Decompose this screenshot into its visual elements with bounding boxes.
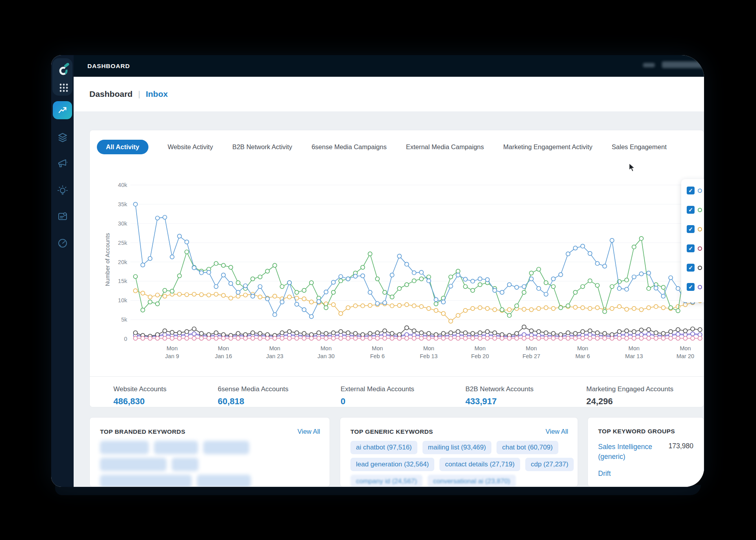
keyword-chip[interactable]: contact details (27,719) bbox=[439, 458, 520, 471]
redacted-keyword-chip[interactable] bbox=[197, 475, 251, 487]
analytics-nav-active[interactable] bbox=[53, 101, 72, 119]
app-grid-icon[interactable] bbox=[52, 83, 75, 93]
top-branded-keywords-card: TOP BRANDED KEYWORDS View All bbox=[89, 417, 330, 487]
card-title: TOP GENERIC KEYWORDS bbox=[350, 428, 433, 435]
keyword-chip[interactable]: ai chatbot (97,516) bbox=[350, 441, 417, 454]
branded-redacted-chips bbox=[90, 435, 330, 487]
tab-website-activity[interactable]: Website Activity bbox=[168, 143, 213, 151]
x-tick: MonFeb 27 bbox=[513, 344, 549, 360]
y-tick: 5k bbox=[106, 316, 127, 323]
stat-value[interactable]: 486,830 bbox=[113, 396, 167, 407]
redacted-keyword-chip[interactable] bbox=[154, 441, 198, 454]
gauge-icon[interactable] bbox=[51, 238, 74, 249]
screen: DASHBOARD Dashboard | Inbox All Activity… bbox=[0, 0, 756, 540]
x-tick: MonJan 23 bbox=[257, 344, 293, 360]
six-sense-logo[interactable] bbox=[52, 63, 75, 76]
app-title: DASHBOARD bbox=[87, 63, 130, 70]
series-marker-icon bbox=[698, 285, 702, 289]
legend-item-3: ✓E bbox=[687, 244, 704, 253]
legend-checkbox[interactable]: ✓ bbox=[687, 244, 695, 252]
legend-checkbox[interactable]: ✓ bbox=[687, 187, 695, 194]
legend-checkbox[interactable]: ✓ bbox=[687, 225, 695, 233]
stat-label: Website Accounts bbox=[113, 385, 167, 393]
top-header-bar: DASHBOARD bbox=[74, 55, 704, 77]
tab-6sense-media-campaigns[interactable]: 6sense Media Campaigns bbox=[311, 143, 387, 151]
tab-all-activity[interactable]: All Activity bbox=[97, 140, 148, 154]
x-tick: MonMar 13 bbox=[616, 344, 652, 360]
x-tick: MonMar 6 bbox=[565, 344, 600, 360]
tab-sales-engagement[interactable]: Sales Engagement bbox=[612, 143, 667, 151]
activity-chart-card: All ActivityWebsite ActivityB2B Network … bbox=[89, 130, 704, 407]
stat-value[interactable]: 433,917 bbox=[465, 396, 534, 407]
keyword-chip[interactable]: lead generation (32,564) bbox=[350, 458, 434, 471]
y-tick: 35k bbox=[106, 201, 127, 208]
legend-checkbox[interactable]: ✓ bbox=[687, 264, 695, 272]
stat-label: External Media Accounts bbox=[341, 385, 414, 393]
keyword-group-link[interactable]: Sales Intelligence(generic) bbox=[598, 442, 652, 462]
keyword-group-link[interactable]: Drift bbox=[598, 469, 611, 479]
keyword-chip[interactable]: mailing list (93,469) bbox=[422, 441, 491, 454]
legend-item-4: ✓M bbox=[687, 263, 704, 272]
stat-value[interactable]: 0 bbox=[341, 396, 414, 407]
series-marker-icon bbox=[698, 227, 702, 231]
legend-checkbox[interactable]: ✓ bbox=[687, 283, 695, 291]
breadcrumb: Dashboard | Inbox bbox=[74, 77, 704, 111]
summary-stats-row: Website Accounts486,8306sense Media Acco… bbox=[90, 376, 704, 407]
report-icon[interactable] bbox=[51, 211, 74, 222]
card-title: TOP BRANDED KEYWORDS bbox=[100, 428, 185, 435]
branded-view-all-link[interactable]: View All bbox=[298, 428, 320, 435]
redacted-keyword-chip[interactable] bbox=[100, 458, 167, 471]
header-blurred-item bbox=[662, 61, 704, 68]
stat-label: B2B Network Accounts bbox=[465, 385, 534, 393]
series-marker-icon bbox=[698, 189, 702, 193]
y-tick: 10k bbox=[106, 297, 127, 304]
redacted-keyword-chip[interactable] bbox=[172, 458, 198, 471]
legend-item-2: ✓6 bbox=[687, 225, 704, 233]
logo-tile bbox=[52, 58, 72, 96]
card-title: TOP KEYWORD GROUPS bbox=[598, 428, 675, 435]
x-tick: MonMar 20 bbox=[668, 344, 703, 360]
legend-item-1: ✓B bbox=[687, 205, 704, 214]
stat-label: 6sense Media Accounts bbox=[218, 385, 289, 393]
lightbulb-icon[interactable] bbox=[51, 185, 74, 196]
keyword-chip[interactable]: chat bot (60,709) bbox=[497, 441, 558, 454]
megaphone-icon[interactable] bbox=[51, 158, 74, 169]
stat-value[interactable]: 60,818 bbox=[218, 396, 289, 407]
x-tick: MonFeb 20 bbox=[462, 344, 498, 360]
breadcrumb-current: Dashboard bbox=[89, 89, 133, 99]
y-tick: 30k bbox=[106, 220, 127, 227]
y-tick: 40k bbox=[106, 181, 127, 189]
tab-marketing-engagement-activity[interactable]: Marketing Engagement Activity bbox=[503, 143, 593, 151]
keyword-chip[interactable]: conversational ai (23,870) bbox=[428, 475, 516, 487]
activity-trend-chart[interactable] bbox=[130, 181, 704, 341]
keyword-chip[interactable]: company id (24,567) bbox=[350, 475, 422, 487]
top-keyword-groups-card: TOP KEYWORD GROUPS Sales Intelligence(ge… bbox=[587, 417, 704, 487]
app-window: DASHBOARD Dashboard | Inbox All Activity… bbox=[51, 55, 704, 487]
keyword-group-row: Sales Intelligence(generic)173,980 bbox=[588, 442, 704, 462]
redacted-keyword-chip[interactable] bbox=[100, 475, 192, 487]
layers-icon[interactable] bbox=[51, 132, 74, 143]
stat-value: 24,296 bbox=[586, 396, 673, 407]
x-tick: MonFeb 6 bbox=[359, 344, 395, 360]
y-tick: 0 bbox=[106, 335, 127, 342]
keyword-chip[interactable]: cdp (27,237) bbox=[525, 458, 574, 471]
redacted-keyword-chip[interactable] bbox=[100, 441, 149, 454]
breadcrumb-inbox-link[interactable]: Inbox bbox=[146, 89, 168, 99]
redacted-keyword-chip[interactable] bbox=[203, 441, 249, 454]
chart-legend-panel: ✓W✓B✓6✓E✓M✓S bbox=[681, 179, 704, 302]
trend-chart-icon bbox=[57, 105, 68, 115]
header-blurred-item bbox=[643, 63, 655, 67]
generic-view-all-link[interactable]: View All bbox=[546, 428, 568, 435]
stat-6sense-media-accounts: 6sense Media Accounts60,818 bbox=[218, 385, 289, 407]
x-tick: MonJan 30 bbox=[308, 344, 344, 360]
generic-keyword-chips: ai chatbot (97,516)mailing list (93,469)… bbox=[340, 435, 578, 487]
tab-b2b-network-activity[interactable]: B2B Network Activity bbox=[232, 143, 292, 151]
series-marker-icon bbox=[698, 246, 702, 251]
y-tick: 20k bbox=[106, 259, 127, 266]
x-tick: MonFeb 13 bbox=[411, 344, 447, 360]
series-marker-icon bbox=[698, 208, 702, 212]
top-generic-keywords-card: TOP GENERIC KEYWORDS View All ai chatbot… bbox=[340, 417, 578, 487]
y-tick: 15k bbox=[106, 277, 127, 285]
legend-checkbox[interactable]: ✓ bbox=[687, 206, 695, 214]
tab-external-media-campaigns[interactable]: External Media Campaigns bbox=[406, 143, 484, 151]
